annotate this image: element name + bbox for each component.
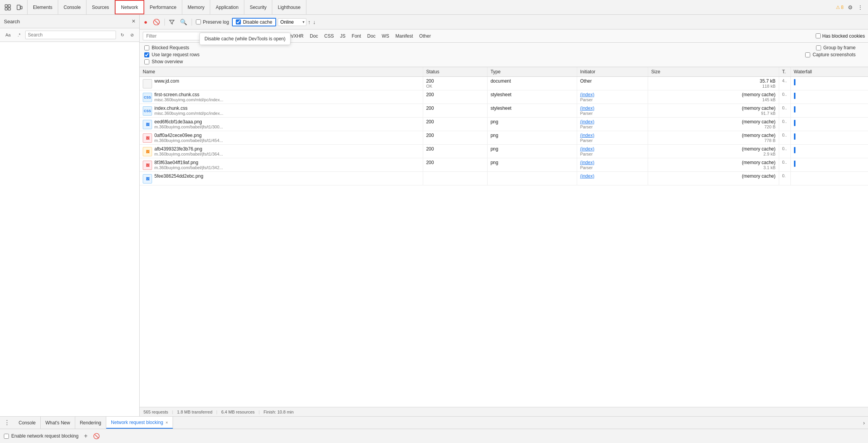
table-row[interactable]: 🖼 8f3f63ae04ff19af.png m.360buyimg.com/b…: [140, 158, 868, 172]
group-by-frame-label[interactable]: Group by frame: [816, 45, 856, 50]
waterfall-cell: [790, 118, 868, 131]
waterfall-cell: [790, 145, 868, 158]
tab-lighthouse[interactable]: Lighthouse: [272, 0, 306, 14]
filter-font-btn[interactable]: Font: [349, 33, 364, 40]
svg-rect-1: [8, 5, 10, 7]
filter-ws-btn[interactable]: WS: [379, 33, 392, 40]
bottom-tabs-expand-icon[interactable]: ›: [860, 420, 868, 426]
main-area: Search × Aa .* ↻ ⊘ ● 🚫 🔍: [0, 15, 868, 416]
bottom-tab-console[interactable]: Console: [14, 417, 41, 429]
blocked-requests-checkbox[interactable]: [144, 45, 149, 50]
stop-button[interactable]: 🚫: [151, 17, 162, 27]
clear-search-button[interactable]: ⊘: [128, 31, 136, 39]
preserve-log-checkbox[interactable]: [196, 19, 201, 24]
match-case-button[interactable]: Aa: [3, 31, 13, 38]
col-time[interactable]: T.: [779, 67, 790, 77]
search-options-row: Aa .* ↻ ⊘: [0, 28, 139, 42]
large-request-rows-checkbox[interactable]: [144, 52, 149, 57]
table-row[interactable]: 🖼 eed6f6cbf1de3aaa.png m.360buyimg.com/b…: [140, 118, 868, 131]
blocked-requests-label[interactable]: Blocked Requests: [144, 45, 189, 50]
table-row[interactable]: 🖼 0aff0a42cece09ee.png m.360buyimg.com/b…: [140, 131, 868, 145]
enable-blocking-label[interactable]: Enable network request blocking: [4, 433, 78, 439]
col-type[interactable]: Type: [487, 67, 577, 77]
show-overview-checkbox[interactable]: [144, 59, 149, 64]
large-request-rows-label[interactable]: Use large request rows: [144, 52, 199, 57]
table-row[interactable]: CSS index.chunk.css misc.360buyimg.com/m…: [140, 104, 868, 118]
col-status[interactable]: Status: [423, 67, 487, 77]
bottom-tab-whats-new[interactable]: What's New: [41, 417, 75, 429]
toggle-device-icon[interactable]: [15, 3, 24, 12]
search-input[interactable]: [25, 31, 116, 39]
tab-elements[interactable]: Elements: [28, 0, 58, 14]
type-cell: png: [487, 118, 577, 131]
regex-button[interactable]: .*: [15, 31, 22, 38]
search-close-button[interactable]: ×: [132, 18, 135, 25]
tab-application[interactable]: Application: [210, 0, 244, 14]
filter-css-btn[interactable]: CSS: [322, 33, 337, 40]
svg-rect-2: [5, 8, 7, 10]
col-size[interactable]: Size: [648, 67, 779, 77]
filter-fetch-xhr-btn[interactable]: Fetch/XHR: [278, 33, 306, 40]
inspect-icon[interactable]: [3, 3, 12, 12]
refresh-search-button[interactable]: ↻: [118, 31, 126, 39]
throttle-select[interactable]: Online Offline Slow 3G Fast 3G: [278, 18, 306, 26]
table-row[interactable]: CSS first-screen.chunk.css misc.360buyim…: [140, 90, 868, 104]
warning-badge[interactable]: ⚠ 8: [836, 5, 844, 10]
name-cell: 🖼 afb4399323fe3b76.png m.360buyimg.com/b…: [140, 145, 423, 158]
import-har-button[interactable]: ↑: [308, 19, 311, 25]
filter-button[interactable]: [167, 18, 176, 26]
filter-manifest-btn[interactable]: Manifest: [393, 33, 416, 40]
tab-performance[interactable]: Performance: [144, 0, 182, 14]
has-blocked-cookies-checkbox[interactable]: [816, 33, 821, 38]
name-cell: CSS index.chunk.css misc.360buyimg.com/m…: [140, 104, 423, 118]
disable-cache-checkbox[interactable]: [236, 19, 241, 24]
capture-screenshots-checkbox[interactable]: [805, 52, 810, 57]
record-button[interactable]: ●: [142, 17, 149, 26]
has-blocked-cookies-label[interactable]: Has blocked cookies: [816, 33, 865, 39]
tab-network[interactable]: Network: [115, 0, 144, 14]
name-cell: CSS first-screen.chunk.css misc.360buyim…: [140, 90, 423, 104]
filter-input[interactable]: [143, 32, 220, 40]
bottom-panel-more-icon[interactable]: ⋮: [0, 419, 14, 426]
table-row[interactable]: 🖼 5fee386254dd2ebc.png (index)(memory ca…: [140, 172, 868, 185]
bottom-tab-close-icon[interactable]: ×: [166, 420, 168, 425]
bottom-tab-network-blocking[interactable]: Network request blocking ×: [106, 417, 173, 429]
col-name[interactable]: Name: [140, 67, 423, 77]
enable-blocking-checkbox[interactable]: [4, 434, 9, 439]
tab-security[interactable]: Security: [244, 0, 272, 14]
network-table-wrap[interactable]: Name Status Type Initiator Size T. Water…: [140, 67, 868, 407]
table-row[interactable]: 🖼 afb4399323fe3b76.png m.360buyimg.com/b…: [140, 145, 868, 158]
more-options-icon[interactable]: ⋮: [856, 3, 864, 12]
preserve-log-label[interactable]: Preserve log: [194, 19, 230, 25]
add-pattern-button[interactable]: +: [81, 432, 90, 440]
block-icon-button[interactable]: 🚫: [93, 433, 100, 439]
bottom-tab-rendering[interactable]: Rendering: [75, 417, 106, 429]
table-row[interactable]: www.jd.com 200OKdocumentOther35.7 kB118 …: [140, 77, 868, 90]
show-overview-label[interactable]: Show overview: [144, 59, 183, 64]
tab-sources[interactable]: Sources: [86, 0, 115, 14]
group-by-frame-checkbox[interactable]: [816, 45, 821, 50]
filter-doc-btn[interactable]: Doc: [307, 33, 321, 40]
table-header: Name Status Type Initiator Size T. Water…: [140, 67, 868, 77]
waterfall-cell: [790, 104, 868, 118]
settings-icon[interactable]: ⚙: [847, 3, 854, 12]
capture-screenshots-label[interactable]: Capture screenshots: [805, 52, 856, 57]
col-initiator[interactable]: Initiator: [577, 67, 648, 77]
tab-memory[interactable]: Memory: [182, 0, 210, 14]
filter-all-btn[interactable]: All: [267, 33, 277, 40]
filter-other-btn[interactable]: Other: [417, 33, 434, 40]
search-network-button[interactable]: 🔍: [178, 17, 189, 27]
tab-console[interactable]: Console: [58, 0, 86, 14]
col-waterfall[interactable]: Waterfall: [790, 67, 868, 77]
export-har-button[interactable]: ↓: [313, 19, 316, 25]
request-count: 565 requests: [144, 410, 168, 414]
nav-right: ⚠ 8 ⚙ ⋮: [832, 3, 868, 12]
waterfall-cell: [790, 77, 868, 90]
filter-js-btn[interactable]: JS: [337, 33, 348, 40]
disable-cache-label[interactable]: Disable cache: [232, 18, 276, 26]
size-cell: (memory cache)778 B: [648, 131, 779, 145]
hide-data-urls-label[interactable]: Hide data URLs: [223, 33, 262, 39]
nav-tabs: Elements Console Sources Network Perform…: [28, 0, 306, 14]
hide-data-urls-checkbox[interactable]: [223, 33, 228, 38]
filter-doc2-btn[interactable]: Doc: [365, 33, 378, 40]
